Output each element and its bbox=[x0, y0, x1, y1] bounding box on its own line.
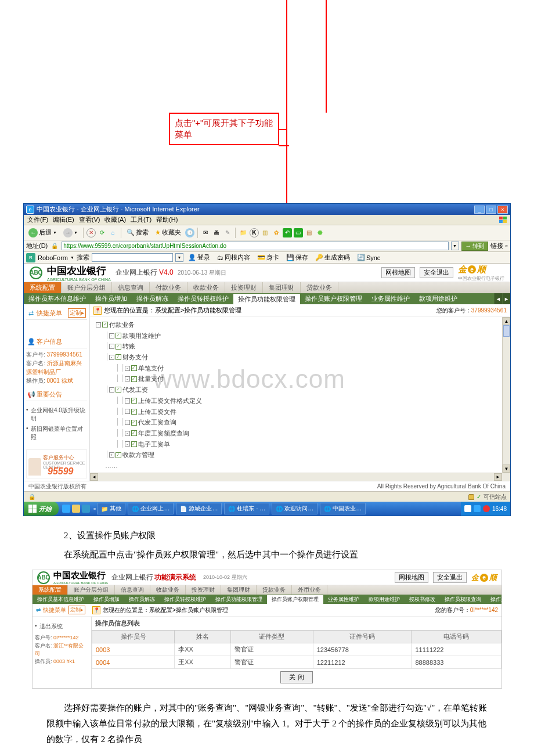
expand-icon[interactable]: - bbox=[109, 333, 114, 339]
robo-save[interactable]: 💾保存 bbox=[284, 253, 311, 262]
checkbox[interactable]: ✓ bbox=[116, 333, 121, 339]
checkbox[interactable]: ✓ bbox=[131, 365, 137, 371]
checkbox[interactable]: ✓ bbox=[116, 344, 121, 350]
forward-button[interactable]: →▼ bbox=[61, 228, 80, 238]
menu-tools[interactable]: 工具(T) bbox=[129, 215, 153, 224]
tree-node[interactable]: │ -✓ 转账 bbox=[95, 341, 502, 352]
task-item[interactable]: 📁其他 bbox=[97, 503, 125, 514]
menu-fav[interactable]: 收藏(A) bbox=[103, 215, 127, 224]
tree-node[interactable]: │ │ -✓ 上传工资文件格式定义 bbox=[95, 395, 502, 406]
search-button[interactable]: 🔍搜索 bbox=[124, 228, 151, 237]
tree-node[interactable]: -✓ 付款业务 bbox=[95, 319, 502, 330]
task-item[interactable]: 🌐中国农业… bbox=[320, 503, 366, 514]
history-icon[interactable]: 🕓 bbox=[185, 228, 194, 237]
links-label[interactable]: 链接 bbox=[490, 242, 503, 250]
tree-node[interactable]: │ -✓ 代发工资 bbox=[95, 384, 502, 395]
start-button[interactable]: 开始 bbox=[24, 502, 59, 516]
subtab[interactable]: 授权书修改 bbox=[405, 595, 440, 604]
expand-icon[interactable]: - bbox=[125, 398, 130, 404]
tab-group[interactable]: 集团理财 bbox=[221, 585, 257, 595]
robo-gen[interactable]: 🔑生成密码 bbox=[313, 253, 352, 262]
site-map-button[interactable]: 网根地图 bbox=[395, 572, 428, 583]
expand-icon[interactable]: - bbox=[125, 431, 130, 436]
expand-icon[interactable]: + bbox=[109, 452, 114, 458]
url-input[interactable] bbox=[62, 242, 448, 250]
subtab-bizattr[interactable]: 业务属性维护 bbox=[367, 293, 414, 304]
expand-icon[interactable]: - bbox=[109, 387, 114, 393]
expand-icon[interactable]: - bbox=[125, 441, 130, 447]
subtab[interactable]: 操作员历史交易查询 bbox=[486, 595, 534, 604]
robo-fill[interactable]: 🗂同根内容 bbox=[215, 253, 252, 262]
subtab-add[interactable]: 操作员增加 bbox=[91, 293, 132, 304]
checkbox[interactable]: ✓ bbox=[116, 452, 121, 458]
subtab[interactable]: 操作员转授权维护 bbox=[160, 595, 211, 604]
subtab-funcperm[interactable]: 操作员功能权限管理 bbox=[233, 293, 300, 304]
ql-desktop-icon[interactable] bbox=[72, 505, 80, 513]
task-item[interactable]: 🌐企业网上… bbox=[128, 503, 174, 514]
bug-icon[interactable]: ⬣ bbox=[316, 228, 325, 237]
subtab-purpose[interactable]: 款项用途维护 bbox=[414, 293, 462, 304]
table-row[interactable]: 0004王XX警官证1221121288888333 bbox=[92, 656, 501, 669]
ql-ie-icon[interactable] bbox=[62, 505, 70, 513]
tree-node[interactable]: │ │ -✓ 上传工资文件 bbox=[95, 406, 502, 417]
menu-help[interactable]: 帮助(H) bbox=[155, 215, 179, 224]
tree-node[interactable]: │ │ -✓ 电子工资单 bbox=[95, 439, 502, 450]
tab-system[interactable]: 系统配置 bbox=[24, 282, 62, 293]
film-icon[interactable]: ▤ bbox=[305, 228, 314, 237]
checkbox[interactable]: ✓ bbox=[102, 322, 108, 327]
task-item[interactable]: 📄源城企业… bbox=[176, 503, 222, 514]
tab-fx[interactable]: 外币业务 bbox=[292, 585, 327, 595]
tree-node[interactable]: │ │ -✓ 批量支付 bbox=[95, 373, 502, 384]
checkbox[interactable]: ✓ bbox=[131, 441, 137, 447]
expand-icon[interactable]: - bbox=[96, 322, 101, 327]
back2-icon[interactable]: ↶ bbox=[283, 228, 292, 237]
mon-icon[interactable]: ▭ bbox=[294, 228, 303, 237]
expand-icon[interactable]: - bbox=[109, 355, 114, 360]
task-item[interactable]: 🌐杜瑞东 - … bbox=[224, 503, 269, 514]
doc-icon[interactable]: ▥ bbox=[261, 228, 270, 237]
subtab[interactable]: 操作员增加 bbox=[89, 595, 124, 604]
tray-icon[interactable] bbox=[483, 505, 490, 512]
notice-item[interactable]: 新旧网银菜单位置对照 bbox=[26, 424, 87, 442]
table-row[interactable]: 0003李XX警官证12345677811111222 bbox=[92, 643, 501, 656]
tab-info[interactable]: 信息查询 bbox=[115, 585, 150, 595]
k-icon[interactable]: K bbox=[250, 228, 259, 237]
subtab-left-arrow[interactable]: ◄ bbox=[494, 293, 502, 304]
tab-loan[interactable]: 贷款业务 bbox=[257, 585, 292, 595]
subtab-acctperm[interactable]: 操作员账户权限管理 bbox=[300, 293, 367, 304]
tab-info-query[interactable]: 信息查询 bbox=[112, 282, 150, 293]
expand-icon[interactable]: - bbox=[125, 376, 130, 381]
menu-view[interactable]: 查看(V) bbox=[78, 215, 102, 224]
logout-button[interactable]: 安全退出 bbox=[433, 572, 467, 583]
tab-acctgrp[interactable]: 账户分层分组 bbox=[68, 585, 115, 595]
tree-node[interactable]: │ -✓ 款项用途维护 bbox=[95, 330, 502, 341]
tab-receipt[interactable]: 收款业务 bbox=[150, 585, 186, 595]
folder-icon[interactable]: 📁 bbox=[239, 228, 248, 237]
gear-icon[interactable]: ✿ bbox=[272, 228, 281, 237]
edit-icon[interactable]: ✎ bbox=[223, 228, 232, 237]
tab-group[interactable]: 集团理财 bbox=[263, 282, 301, 293]
site-map-button[interactable]: 网根地图 bbox=[381, 267, 415, 278]
robo-dropdown[interactable]: ▼ bbox=[175, 253, 183, 262]
minimize-button[interactable]: _ bbox=[474, 206, 485, 214]
home-button[interactable]: ⌂ bbox=[109, 228, 118, 237]
tab-payment[interactable]: 付款业务 bbox=[150, 282, 187, 293]
expand-icon[interactable]: - bbox=[125, 420, 130, 425]
customize-button[interactable]: 定制▸ bbox=[68, 308, 86, 318]
notice-item[interactable]: 企业网银4.0版升级说明 bbox=[26, 405, 87, 424]
tray-icon[interactable] bbox=[474, 505, 481, 512]
exit-link[interactable]: 退出系统 bbox=[35, 621, 89, 632]
ql-media-icon[interactable] bbox=[82, 505, 90, 513]
menu-edit[interactable]: 编辑(E) bbox=[52, 215, 75, 224]
tree-node[interactable]: │ -✓ 财务支付 bbox=[95, 352, 502, 363]
customize-button[interactable]: 定制▸ bbox=[68, 606, 85, 614]
checkbox[interactable]: ✓ bbox=[131, 430, 137, 436]
robo-search-input[interactable] bbox=[92, 253, 173, 262]
logout-button[interactable]: 安全退出 bbox=[420, 267, 453, 278]
subtab-acctperm[interactable]: 操作员账户权限管理 bbox=[267, 595, 323, 604]
tree-node[interactable]: │ +✓ 收款方管理 bbox=[95, 449, 502, 460]
tab-receipt[interactable]: 收款业务 bbox=[187, 282, 225, 293]
tree-node[interactable]: │ │ -✓ 代发工资查询 bbox=[95, 417, 502, 428]
checkbox[interactable]: ✓ bbox=[131, 398, 137, 404]
back-button[interactable]: ←后退▼ bbox=[26, 228, 59, 238]
